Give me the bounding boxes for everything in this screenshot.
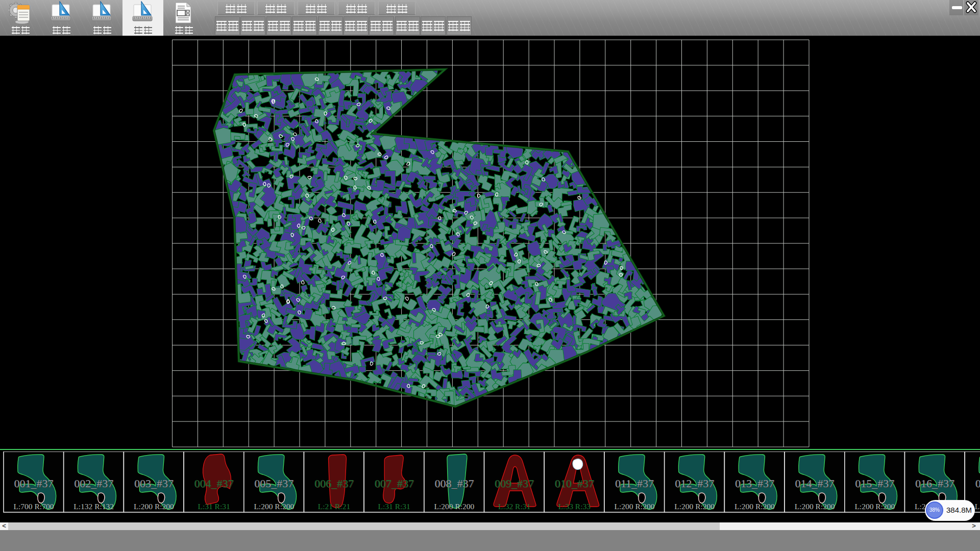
- svg-text:012_#37: 012_#37: [675, 477, 714, 490]
- svg-text:L:200 R:200: L:200 R:200: [254, 502, 294, 511]
- svg-text:005_#37: 005_#37: [254, 477, 293, 490]
- svg-text:006_#37: 006_#37: [314, 477, 354, 490]
- svg-text:L:200 R:200: L:200 R:200: [734, 502, 775, 511]
- svg-text:014_#37: 014_#37: [795, 477, 835, 490]
- svg-text:016_#37: 016_#37: [915, 477, 954, 490]
- svg-text:L:200 R:200: L:200 R:200: [615, 502, 655, 511]
- svg-text:013_#37: 013_#37: [735, 477, 774, 490]
- svg-text:003_#37: 003_#37: [134, 477, 174, 490]
- svg-text:008_#37: 008_#37: [434, 477, 474, 490]
- svg-text:L:33 R:33: L:33 R:33: [558, 502, 591, 511]
- svg-text:017_#37: 017_#37: [975, 477, 980, 490]
- svg-text:L:31 R:31: L:31 R:31: [378, 502, 410, 511]
- svg-text:002_#37: 002_#37: [74, 477, 113, 490]
- svg-text:004_#37: 004_#37: [194, 477, 234, 490]
- svg-text:007_#37: 007_#37: [375, 477, 414, 490]
- svg-text:011_#37: 011_#37: [615, 477, 654, 490]
- svg-text:001_#37: 001_#37: [14, 477, 54, 490]
- svg-text:010_#37: 010_#37: [555, 477, 594, 490]
- svg-text:L:200 R:200: L:200 R:200: [975, 502, 980, 511]
- svg-text:L:200 R:200: L:200 R:200: [674, 502, 715, 511]
- svg-text:L:21 R:21: L:21 R:21: [318, 502, 350, 511]
- svg-text:015_#37: 015_#37: [855, 477, 894, 490]
- svg-text:L:132 R:132: L:132 R:132: [74, 502, 114, 511]
- svg-text:L:32 R:31: L:32 R:31: [498, 502, 530, 511]
- svg-text:009_#37: 009_#37: [495, 477, 534, 490]
- svg-text:L:700 R:700: L:700 R:700: [14, 502, 54, 511]
- svg-text:L:200 R:200: L:200 R:200: [134, 502, 174, 511]
- svg-text:L:200 R:200: L:200 R:200: [795, 502, 835, 511]
- svg-text:L:200 R:200: L:200 R:200: [434, 502, 475, 511]
- svg-text:L:200 R:200: L:200 R:200: [854, 502, 895, 511]
- svg-text:L:31 R:31: L:31 R:31: [198, 502, 230, 511]
